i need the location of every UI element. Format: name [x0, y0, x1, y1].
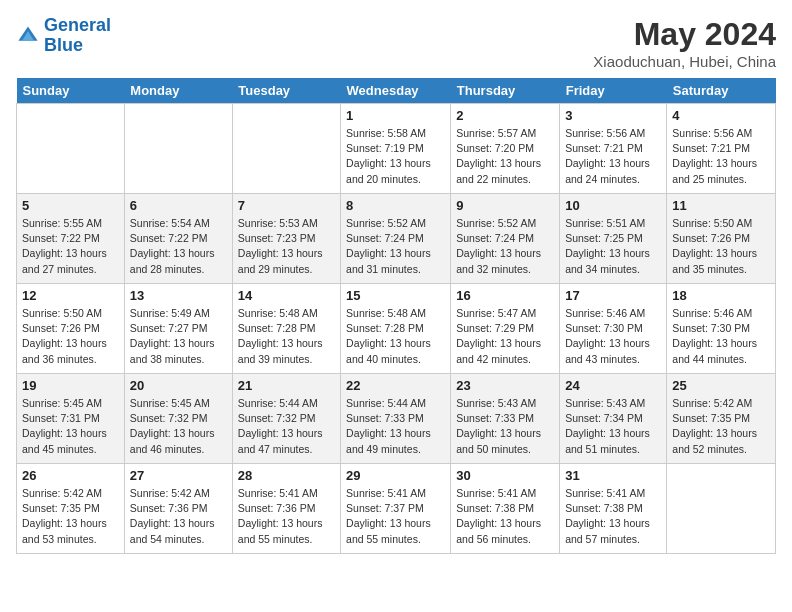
day-number: 9	[456, 198, 554, 213]
day-info: Sunrise: 5:56 AM Sunset: 7:21 PM Dayligh…	[672, 126, 770, 187]
day-number: 18	[672, 288, 770, 303]
day-of-week-header: Monday	[124, 78, 232, 104]
calendar-cell: 28Sunrise: 5:41 AM Sunset: 7:36 PM Dayli…	[232, 464, 340, 554]
calendar-cell: 30Sunrise: 5:41 AM Sunset: 7:38 PM Dayli…	[451, 464, 560, 554]
day-number: 10	[565, 198, 661, 213]
calendar-cell: 8Sunrise: 5:52 AM Sunset: 7:24 PM Daylig…	[341, 194, 451, 284]
day-info: Sunrise: 5:41 AM Sunset: 7:38 PM Dayligh…	[565, 486, 661, 547]
title-block: May 2024 Xiaoduchuan, Hubei, China	[593, 16, 776, 70]
calendar-cell: 31Sunrise: 5:41 AM Sunset: 7:38 PM Dayli…	[560, 464, 667, 554]
day-info: Sunrise: 5:48 AM Sunset: 7:28 PM Dayligh…	[346, 306, 445, 367]
day-number: 2	[456, 108, 554, 123]
calendar-cell: 27Sunrise: 5:42 AM Sunset: 7:36 PM Dayli…	[124, 464, 232, 554]
day-of-week-header: Tuesday	[232, 78, 340, 104]
day-info: Sunrise: 5:41 AM Sunset: 7:36 PM Dayligh…	[238, 486, 335, 547]
calendar-week-row: 1Sunrise: 5:58 AM Sunset: 7:19 PM Daylig…	[17, 104, 776, 194]
day-number: 30	[456, 468, 554, 483]
day-number: 13	[130, 288, 227, 303]
calendar-cell: 5Sunrise: 5:55 AM Sunset: 7:22 PM Daylig…	[17, 194, 125, 284]
day-number: 6	[130, 198, 227, 213]
day-info: Sunrise: 5:42 AM Sunset: 7:36 PM Dayligh…	[130, 486, 227, 547]
day-info: Sunrise: 5:42 AM Sunset: 7:35 PM Dayligh…	[672, 396, 770, 457]
calendar-cell: 9Sunrise: 5:52 AM Sunset: 7:24 PM Daylig…	[451, 194, 560, 284]
day-info: Sunrise: 5:50 AM Sunset: 7:26 PM Dayligh…	[672, 216, 770, 277]
day-number: 8	[346, 198, 445, 213]
calendar-cell: 18Sunrise: 5:46 AM Sunset: 7:30 PM Dayli…	[667, 284, 776, 374]
day-info: Sunrise: 5:44 AM Sunset: 7:33 PM Dayligh…	[346, 396, 445, 457]
logo-icon	[16, 24, 40, 48]
day-number: 5	[22, 198, 119, 213]
day-info: Sunrise: 5:54 AM Sunset: 7:22 PM Dayligh…	[130, 216, 227, 277]
calendar-cell: 13Sunrise: 5:49 AM Sunset: 7:27 PM Dayli…	[124, 284, 232, 374]
day-number: 14	[238, 288, 335, 303]
calendar-cell: 11Sunrise: 5:50 AM Sunset: 7:26 PM Dayli…	[667, 194, 776, 284]
day-number: 24	[565, 378, 661, 393]
calendar-cell: 22Sunrise: 5:44 AM Sunset: 7:33 PM Dayli…	[341, 374, 451, 464]
calendar-header: SundayMondayTuesdayWednesdayThursdayFrid…	[17, 78, 776, 104]
calendar-cell: 24Sunrise: 5:43 AM Sunset: 7:34 PM Dayli…	[560, 374, 667, 464]
calendar-cell: 25Sunrise: 5:42 AM Sunset: 7:35 PM Dayli…	[667, 374, 776, 464]
day-number: 25	[672, 378, 770, 393]
day-info: Sunrise: 5:55 AM Sunset: 7:22 PM Dayligh…	[22, 216, 119, 277]
calendar-cell	[124, 104, 232, 194]
day-number: 7	[238, 198, 335, 213]
day-info: Sunrise: 5:48 AM Sunset: 7:28 PM Dayligh…	[238, 306, 335, 367]
day-of-week-header: Thursday	[451, 78, 560, 104]
calendar-cell: 2Sunrise: 5:57 AM Sunset: 7:20 PM Daylig…	[451, 104, 560, 194]
month-year: May 2024	[593, 16, 776, 53]
day-info: Sunrise: 5:43 AM Sunset: 7:33 PM Dayligh…	[456, 396, 554, 457]
day-info: Sunrise: 5:51 AM Sunset: 7:25 PM Dayligh…	[565, 216, 661, 277]
day-number: 22	[346, 378, 445, 393]
day-number: 29	[346, 468, 445, 483]
calendar-cell: 3Sunrise: 5:56 AM Sunset: 7:21 PM Daylig…	[560, 104, 667, 194]
calendar-cell: 19Sunrise: 5:45 AM Sunset: 7:31 PM Dayli…	[17, 374, 125, 464]
calendar-week-row: 5Sunrise: 5:55 AM Sunset: 7:22 PM Daylig…	[17, 194, 776, 284]
calendar-cell	[17, 104, 125, 194]
day-info: Sunrise: 5:50 AM Sunset: 7:26 PM Dayligh…	[22, 306, 119, 367]
logo-general: General	[44, 15, 111, 35]
calendar-cell: 15Sunrise: 5:48 AM Sunset: 7:28 PM Dayli…	[341, 284, 451, 374]
calendar-cell: 7Sunrise: 5:53 AM Sunset: 7:23 PM Daylig…	[232, 194, 340, 284]
calendar-cell	[667, 464, 776, 554]
day-number: 1	[346, 108, 445, 123]
day-info: Sunrise: 5:43 AM Sunset: 7:34 PM Dayligh…	[565, 396, 661, 457]
day-info: Sunrise: 5:46 AM Sunset: 7:30 PM Dayligh…	[565, 306, 661, 367]
day-number: 19	[22, 378, 119, 393]
location: Xiaoduchuan, Hubei, China	[593, 53, 776, 70]
day-info: Sunrise: 5:49 AM Sunset: 7:27 PM Dayligh…	[130, 306, 227, 367]
day-number: 23	[456, 378, 554, 393]
calendar-week-row: 12Sunrise: 5:50 AM Sunset: 7:26 PM Dayli…	[17, 284, 776, 374]
day-number: 26	[22, 468, 119, 483]
day-number: 28	[238, 468, 335, 483]
calendar-cell: 20Sunrise: 5:45 AM Sunset: 7:32 PM Dayli…	[124, 374, 232, 464]
day-info: Sunrise: 5:58 AM Sunset: 7:19 PM Dayligh…	[346, 126, 445, 187]
calendar-cell: 12Sunrise: 5:50 AM Sunset: 7:26 PM Dayli…	[17, 284, 125, 374]
calendar-cell: 17Sunrise: 5:46 AM Sunset: 7:30 PM Dayli…	[560, 284, 667, 374]
day-number: 20	[130, 378, 227, 393]
calendar-cell: 26Sunrise: 5:42 AM Sunset: 7:35 PM Dayli…	[17, 464, 125, 554]
day-number: 3	[565, 108, 661, 123]
calendar-week-row: 26Sunrise: 5:42 AM Sunset: 7:35 PM Dayli…	[17, 464, 776, 554]
calendar-table: SundayMondayTuesdayWednesdayThursdayFrid…	[16, 78, 776, 554]
day-info: Sunrise: 5:52 AM Sunset: 7:24 PM Dayligh…	[346, 216, 445, 277]
calendar-cell: 14Sunrise: 5:48 AM Sunset: 7:28 PM Dayli…	[232, 284, 340, 374]
day-number: 17	[565, 288, 661, 303]
calendar-cell	[232, 104, 340, 194]
calendar-cell: 4Sunrise: 5:56 AM Sunset: 7:21 PM Daylig…	[667, 104, 776, 194]
day-number: 4	[672, 108, 770, 123]
day-info: Sunrise: 5:47 AM Sunset: 7:29 PM Dayligh…	[456, 306, 554, 367]
calendar-cell: 10Sunrise: 5:51 AM Sunset: 7:25 PM Dayli…	[560, 194, 667, 284]
calendar-cell: 16Sunrise: 5:47 AM Sunset: 7:29 PM Dayli…	[451, 284, 560, 374]
calendar-cell: 23Sunrise: 5:43 AM Sunset: 7:33 PM Dayli…	[451, 374, 560, 464]
page-header: General Blue May 2024 Xiaoduchuan, Hubei…	[16, 16, 776, 70]
day-info: Sunrise: 5:56 AM Sunset: 7:21 PM Dayligh…	[565, 126, 661, 187]
day-info: Sunrise: 5:41 AM Sunset: 7:37 PM Dayligh…	[346, 486, 445, 547]
day-number: 12	[22, 288, 119, 303]
day-of-week-header: Wednesday	[341, 78, 451, 104]
calendar-cell: 29Sunrise: 5:41 AM Sunset: 7:37 PM Dayli…	[341, 464, 451, 554]
logo-blue: Blue	[44, 35, 83, 55]
day-number: 21	[238, 378, 335, 393]
day-of-week-header: Saturday	[667, 78, 776, 104]
calendar-body: 1Sunrise: 5:58 AM Sunset: 7:19 PM Daylig…	[17, 104, 776, 554]
day-of-week-header: Sunday	[17, 78, 125, 104]
